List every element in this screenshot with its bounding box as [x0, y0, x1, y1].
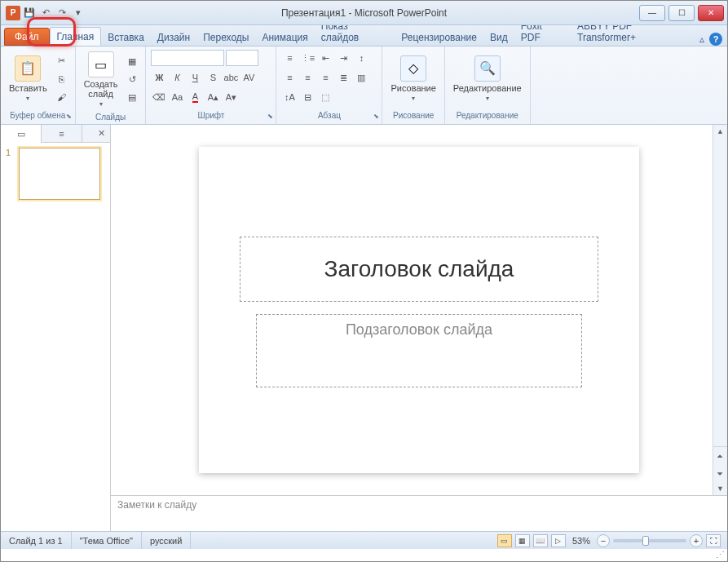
drawing-button[interactable]: ◇ Рисование ▾: [387, 54, 439, 104]
zoom-slider[interactable]: [613, 539, 686, 542]
new-slide-button[interactable]: ▭ Создать слайд ▾: [81, 50, 121, 109]
slides-panel: ▭ ≡ ✕ 1: [1, 125, 111, 531]
ribbon-minimize-icon[interactable]: ▵: [699, 33, 704, 45]
scroll-down-icon[interactable]: ▼: [713, 482, 727, 495]
next-slide-icon[interactable]: ⏷: [713, 465, 727, 483]
notes-placeholder: Заметки к слайду: [117, 499, 196, 528]
align-left-icon[interactable]: ≡: [281, 69, 298, 86]
shrink-font-icon[interactable]: A▾: [223, 89, 239, 105]
zoom-in-button[interactable]: +: [690, 534, 703, 547]
editing-button[interactable]: 🔍 Редактирование ▾: [450, 54, 525, 104]
layout-icon[interactable]: ▦: [124, 54, 140, 70]
text-direction-icon[interactable]: ↕A: [281, 89, 298, 105]
redo-icon[interactable]: ↷: [55, 6, 69, 20]
shadow-icon[interactable]: abc: [223, 69, 239, 86]
qat-dropdown-icon[interactable]: ▾: [71, 6, 86, 20]
title-placeholder[interactable]: Заголовок слайда: [240, 237, 598, 302]
resize-grip-icon[interactable]: ⋰: [716, 550, 726, 560]
prev-slide-icon[interactable]: ⏶: [713, 447, 727, 465]
clear-format-icon[interactable]: ⌫: [151, 89, 167, 105]
numbering-icon[interactable]: ⋮≡: [299, 50, 315, 66]
help-icon[interactable]: ?: [709, 33, 722, 46]
font-color-icon[interactable]: A: [187, 89, 203, 105]
zoom-level[interactable]: 53%: [572, 536, 590, 546]
bullets-icon[interactable]: ≡: [281, 50, 298, 66]
notes-pane[interactable]: Заметки к слайду: [111, 495, 727, 531]
tab-review[interactable]: Рецензирование: [395, 29, 483, 46]
grow-font-icon[interactable]: A▴: [205, 89, 221, 105]
ribbon-group-label: Шрифт⬊: [146, 111, 276, 124]
slide-thumbnail[interactable]: 1: [6, 148, 105, 200]
fit-to-window-icon[interactable]: ⛶: [706, 534, 721, 547]
tab-insert[interactable]: Вставка: [101, 29, 151, 46]
ribbon: 📋 Вставить ▾ ✂ ⎘ 🖌 Буфер обмена⬊ ▭ Созда…: [1, 46, 727, 125]
ribbon-group-drawing: ◇ Рисование ▾ Рисование: [382, 46, 444, 124]
minimize-button[interactable]: —: [639, 5, 665, 21]
increase-indent-icon[interactable]: ⇥: [335, 50, 351, 66]
format-painter-icon[interactable]: 🖌: [54, 89, 70, 105]
dialog-launcher-icon[interactable]: ⬊: [266, 113, 274, 121]
align-text-icon[interactable]: ⊟: [299, 89, 315, 105]
normal-view-icon[interactable]: ▭: [497, 534, 512, 547]
scroll-up-icon[interactable]: ▲: [713, 125, 727, 138]
tab-file[interactable]: Файл: [4, 28, 50, 46]
slideshow-view-icon[interactable]: ▷: [551, 534, 566, 547]
slide-editor: Заголовок слайда Подзаголовок слайда ▲ ⏶…: [111, 125, 727, 531]
ribbon-group-label: Редактирование: [445, 111, 530, 124]
panel-close-icon[interactable]: ✕: [92, 125, 110, 142]
status-bar: Слайд 1 из 1 "Тема Office" русский ▭ ▦ 📖…: [1, 531, 727, 549]
dialog-launcher-icon[interactable]: ⬊: [372, 113, 380, 121]
zoom-out-button[interactable]: −: [597, 534, 610, 547]
slides-tab[interactable]: ▭: [1, 125, 42, 143]
bold-icon[interactable]: Ж: [151, 69, 167, 86]
language-indicator[interactable]: русский: [142, 532, 191, 549]
tab-home[interactable]: Главная: [50, 27, 102, 46]
reading-view-icon[interactable]: 📖: [533, 534, 548, 547]
strikethrough-icon[interactable]: S: [205, 69, 221, 86]
window-title: Презентация1 - Microsoft PowerPoint: [281, 7, 447, 19]
align-right-icon[interactable]: ≡: [317, 69, 333, 86]
copy-icon[interactable]: ⎘: [54, 71, 70, 87]
maximize-button[interactable]: ☐: [668, 5, 695, 21]
tab-view[interactable]: Вид: [483, 29, 514, 46]
columns-icon[interactable]: ▥: [353, 69, 369, 86]
undo-icon[interactable]: ↶: [38, 6, 53, 20]
underline-icon[interactable]: Ч: [187, 69, 203, 86]
align-center-icon[interactable]: ≡: [299, 69, 315, 86]
slide-canvas-area[interactable]: Заголовок слайда Подзаголовок слайда: [111, 125, 727, 495]
sorter-view-icon[interactable]: ▦: [515, 534, 530, 547]
ribbon-group-label: Абзац⬊: [276, 111, 382, 124]
chevron-down-icon: ▾: [412, 95, 415, 102]
reset-icon[interactable]: ↺: [124, 72, 140, 88]
chevron-down-icon: ▾: [99, 100, 103, 108]
chevron-down-icon: ▾: [26, 95, 29, 102]
vertical-scrollbar[interactable]: ▲ ⏶ ⏷ ▼: [713, 125, 727, 495]
subtitle-placeholder[interactable]: Подзаголовок слайда: [256, 314, 582, 387]
cut-icon[interactable]: ✂: [54, 53, 70, 69]
save-icon[interactable]: 💾: [22, 6, 37, 20]
font-family-combo[interactable]: [151, 50, 224, 66]
font-size-combo[interactable]: [226, 50, 258, 66]
dialog-launcher-icon[interactable]: ⬊: [65, 113, 73, 121]
shapes-icon: ◇: [400, 55, 426, 82]
slide-counter[interactable]: Слайд 1 из 1: [1, 532, 72, 549]
justify-icon[interactable]: ≣: [335, 69, 351, 86]
tab-transitions[interactable]: Переходы: [196, 29, 255, 46]
main-area: ▭ ≡ ✕ 1 Заголовок слайда Подзаголовок сл…: [1, 125, 727, 531]
outline-tab[interactable]: ≡: [42, 125, 82, 143]
paste-button[interactable]: 📋 Вставить ▾: [6, 54, 51, 104]
ribbon-group-paragraph: ≡ ⋮≡ ⇤ ⇥ ↕ ≡ ≡ ≡ ≣ ▥ ↕A ⊟ ⬚ Абзац⬊: [276, 46, 382, 124]
line-spacing-icon[interactable]: ↕: [353, 50, 369, 66]
app-icon[interactable]: P: [6, 6, 20, 20]
close-button[interactable]: ✕: [698, 5, 724, 21]
spacing-icon[interactable]: AV: [240, 69, 257, 86]
decrease-indent-icon[interactable]: ⇤: [317, 50, 333, 66]
theme-indicator[interactable]: "Тема Office": [72, 532, 142, 549]
change-case-icon[interactable]: Aa: [169, 89, 185, 105]
smartart-icon[interactable]: ⬚: [317, 89, 333, 105]
italic-icon[interactable]: К: [169, 69, 185, 86]
tab-animations[interactable]: Анимация: [255, 29, 314, 46]
section-icon[interactable]: ▤: [124, 90, 140, 106]
tab-design[interactable]: Дизайн: [151, 29, 196, 46]
title-bar: P 💾 ↶ ↷ ▾ Презентация1 - Microsoft Power…: [1, 1, 727, 25]
